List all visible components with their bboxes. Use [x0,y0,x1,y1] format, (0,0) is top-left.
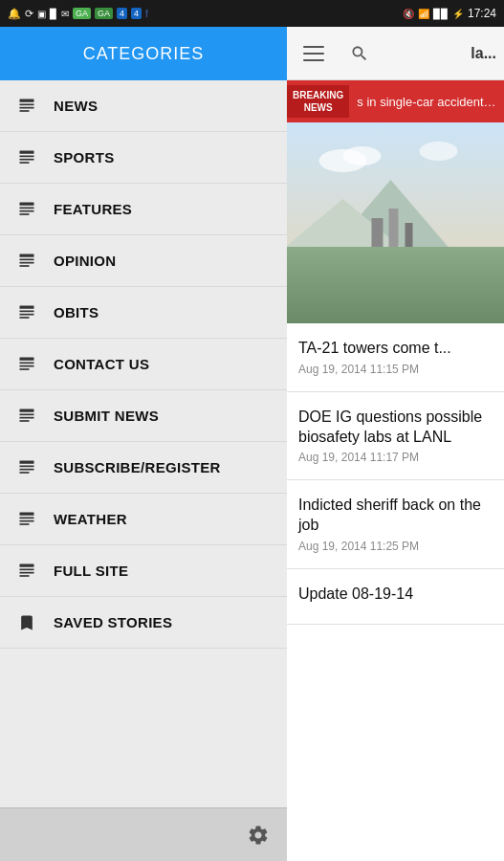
status-bar: 🔔 ⟳ ▣ ▉ ✉ GA GA 4 4 f 🔇 📶 ▉▉ ⚡ 17:24 [0,0,504,27]
hamburger-line-2 [303,53,324,55]
content-header: la... [287,27,504,80]
hamburger-button[interactable] [295,34,333,73]
app-icon-1: GA [73,8,91,19]
header-left [295,34,379,73]
svg-rect-20 [20,357,34,360]
sidebar-item-contact[interactable]: CONTACT US [0,339,287,390]
news-image-area[interactable] [287,122,504,323]
facebook-icon: f [145,9,148,19]
weather-icon [15,508,38,531]
sidebar-header: CATEGORIES [0,27,287,80]
sidebar-item-fullsite[interactable]: FULL SITE [0,545,287,597]
hamburger-line-3 [303,59,324,61]
svg-rect-36 [20,563,34,566]
wifi-icon: 📶 [418,9,429,19]
svg-rect-38 [20,571,34,573]
sidebar-item-subscribe[interactable]: SUBSCRIBE/REGISTER [0,442,287,494]
svg-rect-31 [20,472,30,474]
svg-rect-33 [20,517,34,519]
status-left: 🔔 ⟳ ▣ ▉ ✉ GA GA 4 4 f [8,8,148,20]
svg-rect-28 [20,460,34,463]
news-item-title-4: Update 08-19-14 [298,585,493,605]
notification-icon: 🔔 [8,8,21,20]
news-item-1[interactable]: TA-21 towers come t... Aug 19, 2014 11:1… [287,323,504,392]
sports-icon [15,146,38,169]
weather-label: WEATHER [54,511,127,527]
svg-rect-11 [20,213,30,215]
subscribe-icon [15,456,38,479]
news-item-time-1: Aug 19, 2014 11:15 PM [298,363,493,376]
svg-rect-22 [20,364,34,366]
saved-icon [15,611,38,634]
saved-label: SAVED STORIES [54,614,172,630]
news-item-title-3: Indicted sheriff back on the job [298,496,493,536]
settings-button[interactable] [245,822,272,849]
status-right: 🔇 📶 ▉▉ ⚡ 17:24 [403,7,496,20]
news-hero-image [287,122,504,323]
sidebar-item-features[interactable]: FEATURES [0,184,287,235]
svg-rect-23 [20,368,30,370]
signal-bars: ▉ [50,9,57,19]
svg-rect-29 [20,465,34,467]
svg-rect-35 [20,523,30,525]
svg-rect-15 [20,265,30,267]
svg-rect-18 [20,313,34,315]
news-item-2[interactable]: DOE IG questions possible biosafety labs… [287,392,504,481]
sidebar-items: NEWS SPORTS FEATURES OPINI [0,80,287,807]
svg-rect-7 [20,162,30,164]
svg-rect-34 [20,519,34,521]
news-item-time-3: Aug 19, 2014 11:25 PM [298,540,493,553]
sidebar-item-weather[interactable]: WEATHER [0,494,287,545]
mute-icon: 🔇 [403,9,414,19]
svg-rect-0 [20,99,34,101]
svg-rect-6 [20,158,34,160]
news-item-4[interactable]: Update 08-19-14 [287,569,504,625]
svg-rect-41 [287,247,504,323]
search-button[interactable] [340,34,379,73]
sidebar-item-sports[interactable]: SPORTS [0,132,287,184]
sidebar-footer [0,807,287,861]
contact-icon [15,353,38,376]
charging-icon: ⚡ [452,9,464,19]
svg-rect-32 [20,512,34,515]
header-logo: la... [471,45,496,62]
news-icon [15,95,38,118]
contact-label: CONTACT US [54,356,149,372]
svg-rect-5 [20,155,34,157]
sidebar-item-opinion[interactable]: OPINION [0,235,287,287]
app-icon-2: GA [95,8,113,19]
svg-rect-26 [20,416,34,418]
svg-rect-19 [20,317,30,319]
opinion-label: OPINION [54,253,116,269]
fullsite-label: FULL SITE [54,563,128,579]
svg-rect-27 [20,420,30,422]
svg-rect-44 [372,218,383,247]
news-item-title-1: TA-21 towers come t... [298,339,493,359]
sidebar-item-news[interactable]: NEWS [0,80,287,132]
news-item-3[interactable]: Indicted sheriff back on the job Aug 19,… [287,480,504,569]
breaking-news-label: BREAKING NEWS [287,85,349,118]
svg-rect-39 [20,575,30,577]
sidebar-item-obits[interactable]: OBITS [0,287,287,339]
features-icon [15,198,38,221]
news-item-time-2: Aug 19, 2014 11:17 PM [298,451,493,464]
svg-rect-10 [20,210,34,211]
svg-rect-9 [20,207,34,209]
sidebar-item-saved[interactable]: SAVED STORIES [0,597,287,649]
signal-icon: ▉▉ [433,9,449,19]
svg-rect-25 [20,413,34,415]
app-icon-3: 4 [117,8,127,19]
opinion-icon [15,250,38,273]
hamburger-line-1 [303,46,324,48]
sidebar-item-submit[interactable]: SUBMIT NEWS [0,390,287,442]
svg-rect-17 [20,310,34,312]
breaking-news-bar[interactable]: BREAKING NEWS s in single-car accident o… [287,80,504,122]
sports-label: SPORTS [54,149,114,166]
subscribe-label: SUBSCRIBE/REGISTER [54,459,221,475]
svg-rect-2 [20,106,34,108]
clock: 17:24 [468,7,496,20]
svg-rect-24 [20,408,34,411]
svg-rect-13 [20,258,34,260]
email-icon: ✉ [61,9,69,19]
svg-rect-21 [20,362,34,364]
